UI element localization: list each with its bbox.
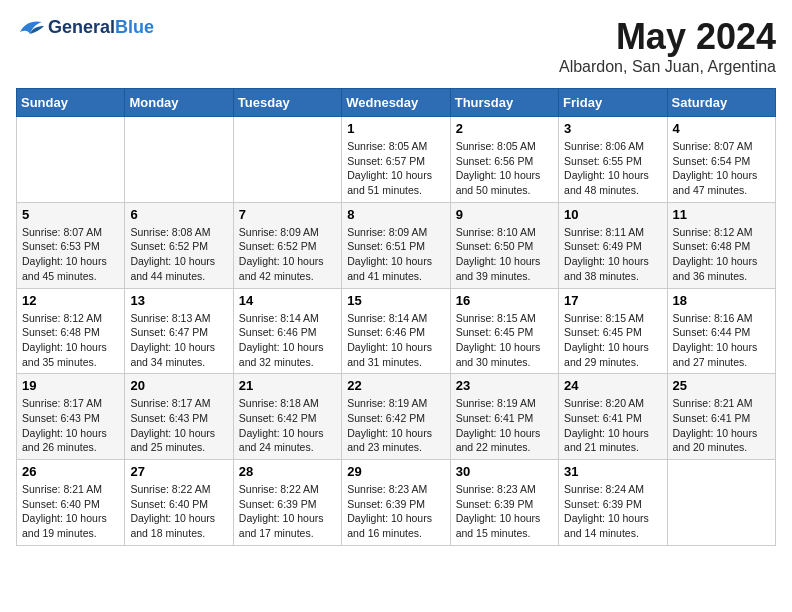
calendar-cell <box>125 117 233 203</box>
day-info: Sunrise: 8:18 AMSunset: 6:42 PMDaylight:… <box>239 396 336 455</box>
day-number: 29 <box>347 464 444 479</box>
month-title: May 2024 <box>559 16 776 58</box>
calendar-cell: 25Sunrise: 8:21 AMSunset: 6:41 PMDayligh… <box>667 374 775 460</box>
day-info: Sunrise: 8:23 AMSunset: 6:39 PMDaylight:… <box>456 482 553 541</box>
calendar-cell: 9Sunrise: 8:10 AMSunset: 6:50 PMDaylight… <box>450 202 558 288</box>
day-info: Sunrise: 8:24 AMSunset: 6:39 PMDaylight:… <box>564 482 661 541</box>
weekday-header-row: SundayMondayTuesdayWednesdayThursdayFrid… <box>17 89 776 117</box>
day-number: 2 <box>456 121 553 136</box>
calendar-cell <box>667 460 775 546</box>
day-info: Sunrise: 8:08 AMSunset: 6:52 PMDaylight:… <box>130 225 227 284</box>
day-info: Sunrise: 8:17 AMSunset: 6:43 PMDaylight:… <box>22 396 119 455</box>
calendar-cell: 5Sunrise: 8:07 AMSunset: 6:53 PMDaylight… <box>17 202 125 288</box>
calendar-cell <box>233 117 341 203</box>
day-info: Sunrise: 8:05 AMSunset: 6:57 PMDaylight:… <box>347 139 444 198</box>
calendar-cell: 2Sunrise: 8:05 AMSunset: 6:56 PMDaylight… <box>450 117 558 203</box>
calendar-cell: 24Sunrise: 8:20 AMSunset: 6:41 PMDayligh… <box>559 374 667 460</box>
day-number: 20 <box>130 378 227 393</box>
day-info: Sunrise: 8:09 AMSunset: 6:51 PMDaylight:… <box>347 225 444 284</box>
calendar-cell: 22Sunrise: 8:19 AMSunset: 6:42 PMDayligh… <box>342 374 450 460</box>
weekday-header-wednesday: Wednesday <box>342 89 450 117</box>
week-row-1: 1Sunrise: 8:05 AMSunset: 6:57 PMDaylight… <box>17 117 776 203</box>
day-number: 27 <box>130 464 227 479</box>
day-info: Sunrise: 8:23 AMSunset: 6:39 PMDaylight:… <box>347 482 444 541</box>
day-info: Sunrise: 8:20 AMSunset: 6:41 PMDaylight:… <box>564 396 661 455</box>
day-info: Sunrise: 8:12 AMSunset: 6:48 PMDaylight:… <box>22 311 119 370</box>
day-info: Sunrise: 8:13 AMSunset: 6:47 PMDaylight:… <box>130 311 227 370</box>
weekday-header-tuesday: Tuesday <box>233 89 341 117</box>
day-number: 24 <box>564 378 661 393</box>
day-info: Sunrise: 8:15 AMSunset: 6:45 PMDaylight:… <box>456 311 553 370</box>
logo-bird-icon <box>16 16 44 40</box>
day-info: Sunrise: 8:14 AMSunset: 6:46 PMDaylight:… <box>347 311 444 370</box>
day-number: 21 <box>239 378 336 393</box>
day-number: 18 <box>673 293 770 308</box>
day-number: 16 <box>456 293 553 308</box>
calendar-cell: 16Sunrise: 8:15 AMSunset: 6:45 PMDayligh… <box>450 288 558 374</box>
day-number: 7 <box>239 207 336 222</box>
week-row-4: 19Sunrise: 8:17 AMSunset: 6:43 PMDayligh… <box>17 374 776 460</box>
day-info: Sunrise: 8:15 AMSunset: 6:45 PMDaylight:… <box>564 311 661 370</box>
calendar-cell: 3Sunrise: 8:06 AMSunset: 6:55 PMDaylight… <box>559 117 667 203</box>
day-info: Sunrise: 8:22 AMSunset: 6:39 PMDaylight:… <box>239 482 336 541</box>
week-row-5: 26Sunrise: 8:21 AMSunset: 6:40 PMDayligh… <box>17 460 776 546</box>
calendar-cell: 28Sunrise: 8:22 AMSunset: 6:39 PMDayligh… <box>233 460 341 546</box>
day-info: Sunrise: 8:14 AMSunset: 6:46 PMDaylight:… <box>239 311 336 370</box>
day-number: 12 <box>22 293 119 308</box>
weekday-header-saturday: Saturday <box>667 89 775 117</box>
day-number: 11 <box>673 207 770 222</box>
calendar-cell: 18Sunrise: 8:16 AMSunset: 6:44 PMDayligh… <box>667 288 775 374</box>
day-number: 17 <box>564 293 661 308</box>
calendar-cell: 12Sunrise: 8:12 AMSunset: 6:48 PMDayligh… <box>17 288 125 374</box>
title-block: May 2024 Albardon, San Juan, Argentina <box>559 16 776 76</box>
day-info: Sunrise: 8:17 AMSunset: 6:43 PMDaylight:… <box>130 396 227 455</box>
calendar-cell: 11Sunrise: 8:12 AMSunset: 6:48 PMDayligh… <box>667 202 775 288</box>
day-info: Sunrise: 8:19 AMSunset: 6:42 PMDaylight:… <box>347 396 444 455</box>
day-number: 14 <box>239 293 336 308</box>
day-info: Sunrise: 8:11 AMSunset: 6:49 PMDaylight:… <box>564 225 661 284</box>
weekday-header-friday: Friday <box>559 89 667 117</box>
calendar-cell: 19Sunrise: 8:17 AMSunset: 6:43 PMDayligh… <box>17 374 125 460</box>
day-info: Sunrise: 8:22 AMSunset: 6:40 PMDaylight:… <box>130 482 227 541</box>
day-number: 10 <box>564 207 661 222</box>
logo-text: GeneralBlue <box>48 18 154 38</box>
calendar-cell: 20Sunrise: 8:17 AMSunset: 6:43 PMDayligh… <box>125 374 233 460</box>
weekday-header-sunday: Sunday <box>17 89 125 117</box>
day-number: 23 <box>456 378 553 393</box>
day-info: Sunrise: 8:21 AMSunset: 6:40 PMDaylight:… <box>22 482 119 541</box>
day-number: 4 <box>673 121 770 136</box>
day-number: 3 <box>564 121 661 136</box>
day-number: 9 <box>456 207 553 222</box>
calendar-cell: 14Sunrise: 8:14 AMSunset: 6:46 PMDayligh… <box>233 288 341 374</box>
calendar-cell: 21Sunrise: 8:18 AMSunset: 6:42 PMDayligh… <box>233 374 341 460</box>
logo: GeneralBlue <box>16 16 154 40</box>
day-info: Sunrise: 8:07 AMSunset: 6:54 PMDaylight:… <box>673 139 770 198</box>
day-info: Sunrise: 8:16 AMSunset: 6:44 PMDaylight:… <box>673 311 770 370</box>
day-number: 8 <box>347 207 444 222</box>
calendar-cell: 30Sunrise: 8:23 AMSunset: 6:39 PMDayligh… <box>450 460 558 546</box>
day-number: 22 <box>347 378 444 393</box>
location-title: Albardon, San Juan, Argentina <box>559 58 776 76</box>
week-row-2: 5Sunrise: 8:07 AMSunset: 6:53 PMDaylight… <box>17 202 776 288</box>
calendar-cell: 7Sunrise: 8:09 AMSunset: 6:52 PMDaylight… <box>233 202 341 288</box>
day-info: Sunrise: 8:10 AMSunset: 6:50 PMDaylight:… <box>456 225 553 284</box>
calendar-cell: 17Sunrise: 8:15 AMSunset: 6:45 PMDayligh… <box>559 288 667 374</box>
day-number: 28 <box>239 464 336 479</box>
calendar-cell: 6Sunrise: 8:08 AMSunset: 6:52 PMDaylight… <box>125 202 233 288</box>
day-info: Sunrise: 8:21 AMSunset: 6:41 PMDaylight:… <box>673 396 770 455</box>
calendar-cell <box>17 117 125 203</box>
week-row-3: 12Sunrise: 8:12 AMSunset: 6:48 PMDayligh… <box>17 288 776 374</box>
weekday-header-thursday: Thursday <box>450 89 558 117</box>
day-number: 31 <box>564 464 661 479</box>
day-number: 6 <box>130 207 227 222</box>
page-header: GeneralBlue May 2024 Albardon, San Juan,… <box>16 16 776 76</box>
calendar-cell: 31Sunrise: 8:24 AMSunset: 6:39 PMDayligh… <box>559 460 667 546</box>
calendar-cell: 10Sunrise: 8:11 AMSunset: 6:49 PMDayligh… <box>559 202 667 288</box>
day-number: 19 <box>22 378 119 393</box>
day-number: 5 <box>22 207 119 222</box>
day-number: 30 <box>456 464 553 479</box>
day-info: Sunrise: 8:19 AMSunset: 6:41 PMDaylight:… <box>456 396 553 455</box>
calendar-cell: 15Sunrise: 8:14 AMSunset: 6:46 PMDayligh… <box>342 288 450 374</box>
day-number: 25 <box>673 378 770 393</box>
calendar-cell: 27Sunrise: 8:22 AMSunset: 6:40 PMDayligh… <box>125 460 233 546</box>
